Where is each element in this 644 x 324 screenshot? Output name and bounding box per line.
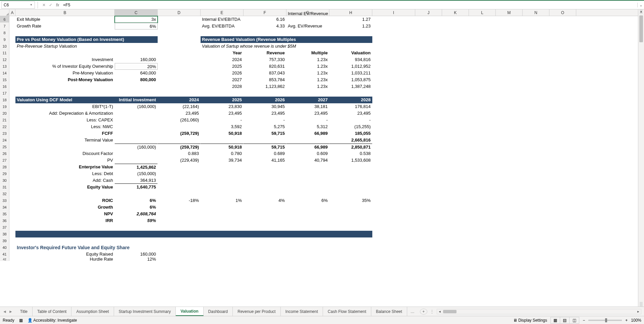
cell[interactable]: (259,729) [158,130,201,137]
cell[interactable]: Avg. EV/EBITDA [201,23,244,30]
row-header[interactable]: 9 [0,36,9,43]
cell[interactable]: 0.689 [244,150,286,157]
cell[interactable]: Revenue [244,50,286,56]
cell[interactable]: (150,000) [115,170,158,177]
cell[interactable]: 1,012,952 [329,63,372,70]
cell[interactable]: 6% [286,197,329,204]
row-header[interactable]: 25 [0,144,9,150]
cell[interactable]: Less: NWC [15,123,115,130]
dropdown-icon[interactable]: ▼ [30,3,33,6]
cell[interactable]: - [244,117,286,123]
cell[interactable]: 1,123,862 [244,83,286,90]
horizontal-scrollbar[interactable]: ◄ ► [437,309,641,314]
cell[interactable]: ROIC [15,197,115,204]
normal-view-button[interactable]: ▦ [551,317,560,323]
col-header[interactable]: O [549,9,576,16]
cell[interactable]: (15,255) [329,123,372,130]
row-header[interactable]: 17 [0,90,9,97]
page-layout-button[interactable]: ▤ [560,317,570,323]
row-header[interactable]: 40 [0,244,9,251]
cell[interactable]: 185,055 [329,130,372,137]
cell[interactable]: Exit Multiple [15,16,115,23]
row-header[interactable]: 26 [0,150,9,157]
cell[interactable]: 4% [244,197,286,204]
vertical-scrollbar[interactable]: ▲ ▼ [638,9,644,307]
scroll-right-icon[interactable]: ► [636,310,641,313]
cell[interactable]: (160,000) [115,103,158,110]
cell[interactable]: 2,608,764 [115,211,158,217]
cell[interactable]: 800,000 [115,76,158,83]
cell[interactable]: 30,945 [244,103,286,110]
fx-icon[interactable]: fx [56,3,59,7]
section-header[interactable]: Valuaton Using DCF Model [15,97,115,103]
cell[interactable]: 23,495 [244,110,286,117]
cell[interactable]: Hurdle Rate [15,258,115,261]
col-header[interactable]: J [415,9,442,16]
cell[interactable]: 1.23x [286,70,329,76]
cell[interactable]: 160,000 [115,56,158,63]
col-header[interactable]: C [115,9,158,16]
row-header[interactable]: 39 [0,237,9,244]
cell[interactable]: 5,275 [244,123,286,130]
col-header[interactable]: E [201,9,244,16]
cell[interactable]: (259,729) [158,144,201,150]
row-header[interactable]: 18 [0,97,9,103]
cell[interactable]: 2026 [201,70,244,76]
cell[interactable]: Avg. EV/Revenue [286,23,329,30]
cell[interactable]: 1% [201,197,244,204]
cell[interactable]: Valuation of Sartup whose revenue is und… [201,43,372,50]
row-header[interactable]: 37 [0,224,9,231]
row-header[interactable]: 21 [0,117,9,123]
cell[interactable]: 1,533,608 [329,157,372,164]
cell[interactable]: FCFF [15,130,115,137]
cell[interactable]: 1,387,248 [329,83,372,90]
scroll-down-icon[interactable]: ▼ [638,303,644,306]
cell[interactable]: 176,814 [329,103,372,110]
cell[interactable]: Growth [15,204,115,211]
cell[interactable]: Less: Debt [15,170,115,177]
row-header[interactable]: 38 [0,231,9,237]
cell[interactable]: Post-Money Valuation [15,76,115,83]
row-header[interactable]: 20 [0,110,9,117]
cell[interactable]: Add: Depreciation & Amortization [15,110,115,117]
cell[interactable]: 59,715 [244,144,286,150]
display-settings-button[interactable]: 🖥 Display Settings [513,318,547,323]
accessibility-status[interactable]: 👤 Accessibility: Investigate [28,318,77,323]
sheet-tab[interactable]: Title [15,307,33,316]
cell[interactable]: 6% [115,23,158,30]
zoom-slider[interactable] [588,320,622,321]
scrollbar-thumb[interactable] [443,310,457,313]
cell[interactable]: 66,989 [286,144,329,150]
sheet-tab[interactable]: Valuation [176,307,203,316]
cell[interactable]: 23,495 [286,110,329,117]
zoom-out-button[interactable]: − [583,318,585,323]
scrollbar-thumb[interactable] [639,15,643,42]
cell[interactable]: 41,165 [244,157,286,164]
cell[interactable]: 2024 [201,56,244,63]
cell[interactable]: 1,640,775 [115,184,158,191]
cell[interactable]: 6% [115,204,158,211]
cell[interactable]: 1.23 [329,23,372,30]
row-header[interactable]: 31 [0,184,9,191]
cell[interactable]: 2027 [201,76,244,83]
scroll-up-icon[interactable]: ▲ [638,10,644,13]
cell[interactable]: Intitial Investment [115,97,158,103]
select-all-corner[interactable] [0,9,9,16]
row-header[interactable]: 33 [0,197,9,204]
row-header[interactable]: 23 [0,130,9,137]
cell[interactable]: Equity Value [15,184,115,191]
row-header[interactable]: 41 [0,251,9,258]
cell[interactable]: Year [201,50,244,56]
cell[interactable]: 0.538 [329,150,372,157]
cell[interactable]: 6.16 [244,16,286,23]
formula-input[interactable] [61,2,637,8]
cell[interactable]: 1.23x [286,83,329,90]
cell[interactable]: EBIT*(1-T) [15,103,115,110]
cell[interactable]: 5,312 [286,123,329,130]
col-header[interactable]: A [9,9,15,16]
row-header[interactable]: 27 [0,157,9,164]
scroll-left-icon[interactable]: ◄ [437,310,442,313]
row-header[interactable]: 8 [0,30,9,36]
cell[interactable]: Pre-Revenue Startup Valuation [15,43,115,50]
row-header[interactable]: 22 [0,123,9,130]
